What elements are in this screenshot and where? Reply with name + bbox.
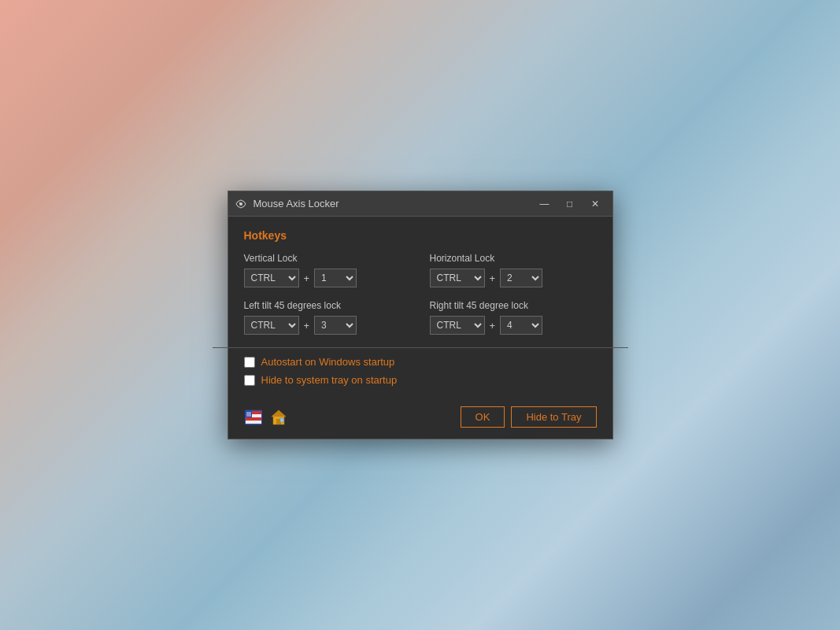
right-tilt-mod-select[interactable]: CTRL ALT SHIFT WIN bbox=[430, 316, 485, 335]
close-button[interactable]: ✕ bbox=[584, 196, 606, 212]
maximize-button[interactable]: □ bbox=[559, 196, 581, 212]
svg-point-14 bbox=[246, 415, 248, 417]
house-icon[interactable] bbox=[269, 408, 288, 427]
svg-point-15 bbox=[248, 415, 250, 417]
vertical-plus: + bbox=[304, 272, 310, 284]
horizontal-plus: + bbox=[490, 272, 496, 284]
title-bar-controls: — □ ✕ bbox=[534, 196, 606, 212]
horizontal-mod-select[interactable]: CTRL ALT SHIFT WIN bbox=[430, 269, 485, 287]
vertical-lock-row: CTRL ALT SHIFT WIN + 1234567890 bbox=[244, 269, 411, 287]
title-bar-icon bbox=[235, 198, 247, 210]
svg-point-9 bbox=[248, 412, 250, 413]
right-tilt-label: Right tilt 45 degree lock bbox=[430, 300, 597, 311]
autostart-label[interactable]: Autostart on Windows startup bbox=[261, 356, 395, 368]
right-tilt-key-select[interactable]: 12345 bbox=[500, 316, 542, 335]
hotkeys-title: Hotkeys bbox=[244, 229, 597, 242]
horizontal-key-select[interactable]: 12345 bbox=[500, 269, 542, 287]
svg-point-12 bbox=[248, 413, 250, 415]
title-bar: Mouse Axis Locker — □ ✕ bbox=[228, 191, 612, 217]
globe-icon[interactable] bbox=[244, 408, 263, 427]
desktop: Mouse Axis Locker — □ ✕ Hotkeys Vertical… bbox=[0, 0, 840, 630]
hide-tray-checkbox[interactable] bbox=[244, 375, 255, 386]
svg-rect-19 bbox=[280, 418, 283, 422]
svg-rect-5 bbox=[246, 417, 261, 421]
horizontal-lock-label: Horizontal Lock bbox=[430, 253, 597, 264]
hide-tray-label[interactable]: Hide to system tray on startup bbox=[261, 374, 398, 386]
footer: OK Hide to Tray bbox=[228, 400, 612, 439]
svg-point-10 bbox=[250, 412, 251, 413]
vertical-mod-select[interactable]: CTRL ALT SHIFT WIN bbox=[244, 269, 299, 287]
window-title: Mouse Axis Locker bbox=[253, 198, 527, 209]
left-tilt-group: Left tilt 45 degrees lock CTRL ALT SHIFT… bbox=[244, 300, 411, 335]
left-tilt-row: CTRL ALT SHIFT WIN + 12345 bbox=[244, 316, 411, 335]
right-tilt-group: Right tilt 45 degree lock CTRL ALT SHIFT… bbox=[430, 300, 597, 335]
vertical-key-select[interactable]: 1234567890 bbox=[314, 269, 357, 287]
svg-point-8 bbox=[246, 412, 248, 413]
vertical-lock-label: Vertical Lock bbox=[244, 253, 411, 264]
vertical-lock-group: Vertical Lock CTRL ALT SHIFT WIN + 12345… bbox=[244, 253, 411, 287]
left-tilt-mod-select[interactable]: CTRL ALT SHIFT WIN bbox=[244, 316, 299, 335]
right-tilt-plus: + bbox=[490, 320, 496, 332]
footer-icons bbox=[244, 408, 461, 427]
autostart-checkbox[interactable] bbox=[244, 357, 255, 368]
horizontal-lock-row: CTRL ALT SHIFT WIN + 12345 bbox=[430, 269, 597, 287]
window: Mouse Axis Locker — □ ✕ Hotkeys Vertical… bbox=[228, 191, 613, 439]
hide-to-tray-button[interactable]: Hide to Tray bbox=[511, 406, 596, 428]
hide-tray-row: Hide to system tray on startup bbox=[244, 374, 597, 386]
footer-buttons: OK Hide to Tray bbox=[461, 406, 597, 428]
svg-point-11 bbox=[246, 413, 248, 415]
options-section: Autostart on Windows startup Hide to sys… bbox=[228, 348, 612, 400]
svg-point-13 bbox=[250, 413, 251, 415]
ok-button[interactable]: OK bbox=[461, 406, 505, 428]
svg-marker-20 bbox=[272, 410, 286, 417]
autostart-row: Autostart on Windows startup bbox=[244, 356, 597, 368]
left-tilt-key-select[interactable]: 12345 bbox=[314, 316, 357, 335]
hotkey-grid: Vertical Lock CTRL ALT SHIFT WIN + 12345… bbox=[244, 253, 597, 335]
minimize-button[interactable]: — bbox=[534, 196, 556, 212]
right-tilt-row: CTRL ALT SHIFT WIN + 12345 bbox=[430, 316, 597, 335]
horizontal-lock-group: Horizontal Lock CTRL ALT SHIFT WIN + 123… bbox=[430, 253, 597, 287]
svg-rect-6 bbox=[246, 421, 261, 424]
svg-point-16 bbox=[250, 415, 251, 417]
window-body: Hotkeys Vertical Lock CTRL ALT SHIFT WIN… bbox=[228, 217, 612, 335]
left-tilt-plus: + bbox=[304, 320, 310, 332]
left-tilt-label: Left tilt 45 degrees lock bbox=[244, 300, 411, 311]
